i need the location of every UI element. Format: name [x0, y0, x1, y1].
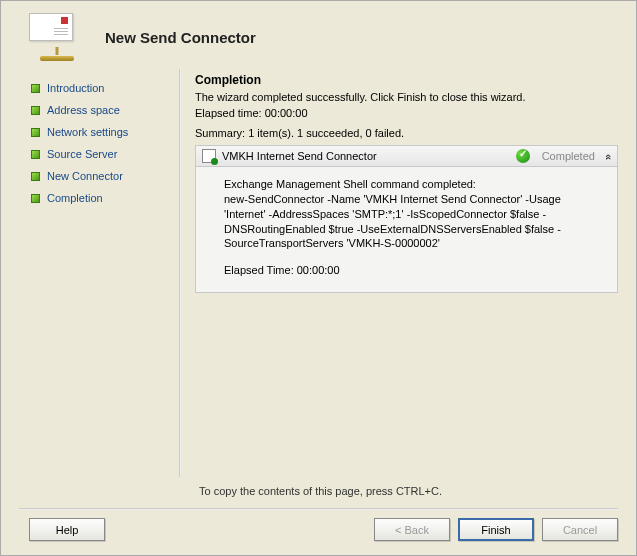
sidebar-item-new-connector: New Connector — [29, 165, 179, 187]
sidebar-item-source-server: Source Server — [29, 143, 179, 165]
sidebar-item-introduction: Introduction — [29, 77, 179, 99]
sidebar-item-completion: Completion — [29, 187, 179, 209]
sidebar-item-label: New Connector — [47, 170, 123, 182]
mail-connector-icon — [29, 13, 85, 61]
collapse-chevron-icon[interactable]: « — [603, 154, 615, 158]
finish-button[interactable]: Finish — [458, 518, 534, 541]
shell-command: new-SendConnector -Name 'VMKH Internet S… — [224, 192, 605, 251]
sidebar-item-network-settings: Network settings — [29, 121, 179, 143]
result-item-name: VMKH Internet Send Connector — [222, 150, 510, 162]
content-heading: Completion — [195, 73, 618, 87]
success-check-icon — [516, 149, 530, 163]
sidebar-item-address-space: Address space — [29, 99, 179, 121]
elapsed-time: Elapsed time: 00:00:00 — [195, 107, 618, 119]
wizard-steps-sidebar: Introduction Address space Network setti… — [29, 69, 179, 477]
shell-intro: Exchange Management Shell command comple… — [224, 177, 605, 192]
help-button[interactable]: Help — [29, 518, 105, 541]
result-item-status: Completed — [542, 150, 595, 162]
copy-hint: To copy the contents of this page, press… — [199, 485, 442, 497]
sidebar-item-label: Source Server — [47, 148, 117, 160]
connector-icon — [202, 149, 216, 163]
wizard-header: New Send Connector — [1, 1, 636, 69]
result-item-header[interactable]: VMKH Internet Send Connector Completed « — [195, 145, 618, 167]
step-bullet-icon — [31, 106, 40, 115]
step-bullet-icon — [31, 172, 40, 181]
sidebar-item-label: Address space — [47, 104, 120, 116]
cancel-button: Cancel — [542, 518, 618, 541]
content-pane: Completion The wizard completed successf… — [195, 69, 618, 477]
sidebar-item-label: Completion — [47, 192, 103, 204]
summary-line: Summary: 1 item(s). 1 succeeded, 0 faile… — [195, 127, 618, 139]
button-bar: Help < Back Finish Cancel — [1, 518, 636, 541]
step-bullet-icon — [31, 84, 40, 93]
vertical-divider — [179, 69, 181, 477]
step-bullet-icon — [31, 128, 40, 137]
wizard-title: New Send Connector — [105, 29, 256, 46]
sidebar-item-label: Introduction — [47, 82, 104, 94]
step-bullet-icon — [31, 194, 40, 203]
back-button: < Back — [374, 518, 450, 541]
result-item-body: Exchange Management Shell command comple… — [195, 167, 618, 293]
content-subheading: The wizard completed successfully. Click… — [195, 91, 618, 103]
item-elapsed-time: Elapsed Time: 00:00:00 — [224, 263, 605, 278]
sidebar-item-label: Network settings — [47, 126, 128, 138]
step-bullet-icon — [31, 150, 40, 159]
